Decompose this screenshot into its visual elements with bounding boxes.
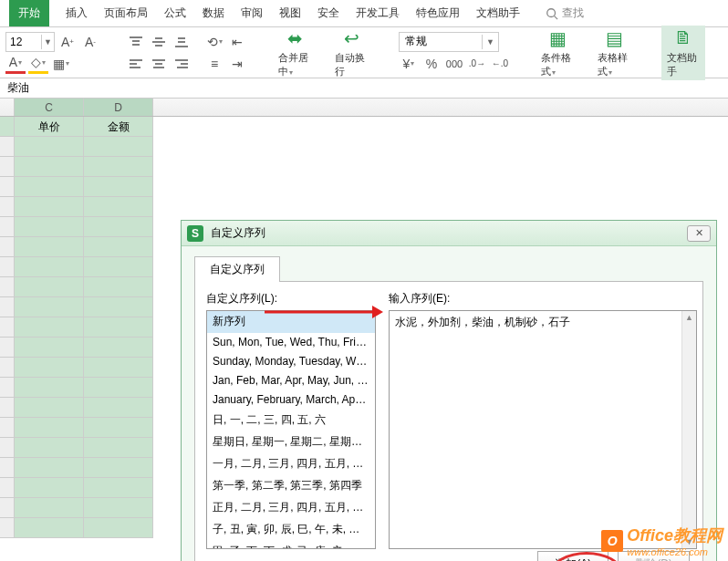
tab-view[interactable]: 视图 xyxy=(279,5,301,21)
tab-review[interactable]: 审阅 xyxy=(241,5,263,21)
list-item[interactable]: 正月, 二月, 三月, 四月, 五月, 六月... xyxy=(207,497,375,519)
cell[interactable] xyxy=(15,197,84,217)
thousands-icon[interactable]: 000 xyxy=(444,54,464,74)
cell[interactable] xyxy=(84,157,153,177)
merge-center-button[interactable]: ⬌ 合并居中▾ xyxy=(273,26,317,80)
cell[interactable] xyxy=(84,277,153,297)
font-size-combo[interactable]: ▼ xyxy=(5,32,55,52)
tab-data[interactable]: 数据 xyxy=(203,5,224,21)
doc-helper-button[interactable]: 🗎 文档助手 xyxy=(661,26,705,80)
chevron-down-icon[interactable]: ▼ xyxy=(482,35,498,49)
cell[interactable] xyxy=(84,438,153,458)
orientation-icon[interactable]: ⟲▾ xyxy=(204,32,224,52)
align-middle-icon[interactable] xyxy=(149,32,169,52)
cell[interactable] xyxy=(84,498,153,518)
table-style-button[interactable]: ▤ 表格样式▾ xyxy=(592,26,636,80)
add-button[interactable]: 添加(A) xyxy=(537,551,608,561)
cell[interactable] xyxy=(84,217,153,237)
list-item[interactable]: 一月, 二月, 三月, 四月, 五月, 六月... xyxy=(207,453,375,475)
cell[interactable] xyxy=(84,458,153,478)
border-icon[interactable]: ▦▾ xyxy=(51,54,71,74)
cell[interactable] xyxy=(15,518,84,538)
cell[interactable] xyxy=(15,358,84,378)
close-icon[interactable]: ✕ xyxy=(687,225,711,242)
cell[interactable] xyxy=(84,257,153,277)
tab-feature[interactable]: 特色应用 xyxy=(416,5,460,21)
formula-bar[interactable]: 柴油 xyxy=(0,78,728,99)
font-size-input[interactable] xyxy=(6,34,41,50)
tab-formula[interactable]: 公式 xyxy=(164,5,186,21)
indent-right-icon[interactable]: ⇥ xyxy=(227,54,247,74)
tab-dochelper[interactable]: 文档助手 xyxy=(476,5,520,21)
cell[interactable] xyxy=(15,277,84,297)
fill-color-icon[interactable]: ◇▾ xyxy=(28,54,48,74)
align-center-icon[interactable] xyxy=(149,54,169,74)
list-item[interactable]: January, February, March, Apri... xyxy=(207,390,375,410)
cell-amount-header[interactable]: 金额 xyxy=(84,117,153,137)
list-item[interactable]: 星期日, 星期一, 星期二, 星期三, ... xyxy=(207,431,375,453)
cell-price-header[interactable]: 单价 xyxy=(15,117,84,137)
cell[interactable] xyxy=(15,438,84,458)
cell[interactable] xyxy=(15,317,84,338)
dialog-tab-custom-list[interactable]: 自定义序列 xyxy=(194,256,280,282)
col-header-d[interactable]: D xyxy=(84,99,153,116)
cell[interactable] xyxy=(15,418,84,438)
ribbon-search[interactable]: 查找 xyxy=(546,5,584,21)
decrease-font-icon[interactable]: A- xyxy=(80,32,100,52)
cell[interactable] xyxy=(15,378,84,398)
list-item[interactable]: 子, 丑, 寅, 卯, 辰, 巳, 午, 未, 申, ... xyxy=(207,519,375,541)
cell[interactable] xyxy=(84,177,153,197)
cell[interactable] xyxy=(15,458,84,478)
cell[interactable] xyxy=(84,317,153,338)
cell[interactable] xyxy=(15,157,84,177)
justify-icon[interactable]: ≡ xyxy=(204,54,224,74)
list-item[interactable]: Jan, Feb, Mar, Apr, May, Jun, J... xyxy=(207,371,375,390)
tab-insert[interactable]: 插入 xyxy=(66,5,88,21)
font-color-icon[interactable]: A▾ xyxy=(5,54,26,74)
tab-security[interactable]: 安全 xyxy=(317,5,339,21)
cell[interactable] xyxy=(84,418,153,438)
custom-list-listbox[interactable]: 新序列Sun, Mon, Tue, Wed, Thu, Fri, ...Sund… xyxy=(206,310,376,549)
cell[interactable] xyxy=(84,398,153,418)
cell[interactable] xyxy=(15,257,84,277)
currency-icon[interactable]: ¥▾ xyxy=(399,54,419,74)
cell[interactable] xyxy=(15,217,84,237)
cell[interactable] xyxy=(15,137,84,157)
conditional-format-button[interactable]: ▦ 条件格式▾ xyxy=(536,26,579,80)
cell[interactable] xyxy=(15,297,84,317)
cell[interactable] xyxy=(15,177,84,197)
cell[interactable] xyxy=(15,398,84,418)
list-item[interactable]: 第一季, 第二季, 第三季, 第四季 xyxy=(207,475,375,497)
percent-icon[interactable]: % xyxy=(421,54,442,74)
cell[interactable] xyxy=(84,378,153,398)
tab-dev[interactable]: 开发工具 xyxy=(356,5,400,21)
list-item[interactable]: 甲, 乙, 丙, 丁, 戊, 己, 庚, 辛, 壬, 癸 xyxy=(207,541,375,549)
cell[interactable] xyxy=(84,518,153,538)
cell[interactable] xyxy=(84,297,153,317)
cell[interactable] xyxy=(15,478,84,498)
list-item[interactable]: Sun, Mon, Tue, Wed, Thu, Fri, ... xyxy=(207,333,375,352)
align-bottom-icon[interactable] xyxy=(172,32,192,52)
increase-decimal-icon[interactable]: .0→ xyxy=(467,54,487,74)
list-item[interactable]: 新序列 xyxy=(207,311,375,333)
cell[interactable] xyxy=(84,338,153,358)
col-header-c[interactable]: C xyxy=(15,99,84,116)
indent-left-icon[interactable]: ⇤ xyxy=(227,32,247,52)
cell[interactable] xyxy=(15,498,84,518)
chevron-down-icon[interactable]: ▼ xyxy=(41,35,54,49)
wrap-text-button[interactable]: ↩ 自动换行 xyxy=(329,26,373,80)
cell[interactable] xyxy=(84,197,153,217)
number-format-combo[interactable]: 常规 ▼ xyxy=(399,32,499,52)
cell[interactable] xyxy=(15,338,84,358)
list-item[interactable]: 日, 一, 二, 三, 四, 五, 六 xyxy=(207,410,375,431)
decrease-decimal-icon[interactable]: ←.0 xyxy=(490,54,510,74)
cell[interactable] xyxy=(84,137,153,157)
tab-start[interactable]: 开始 xyxy=(9,0,49,26)
sequence-input[interactable]: 水泥，外加剂，柴油，机制砂，石子 ▲▼ xyxy=(389,310,697,549)
cell[interactable] xyxy=(84,358,153,378)
cell[interactable] xyxy=(84,478,153,498)
align-left-icon[interactable] xyxy=(126,54,146,74)
cell[interactable] xyxy=(15,237,84,257)
tab-layout[interactable]: 页面布局 xyxy=(104,5,148,21)
scrollbar[interactable]: ▲▼ xyxy=(681,311,696,548)
